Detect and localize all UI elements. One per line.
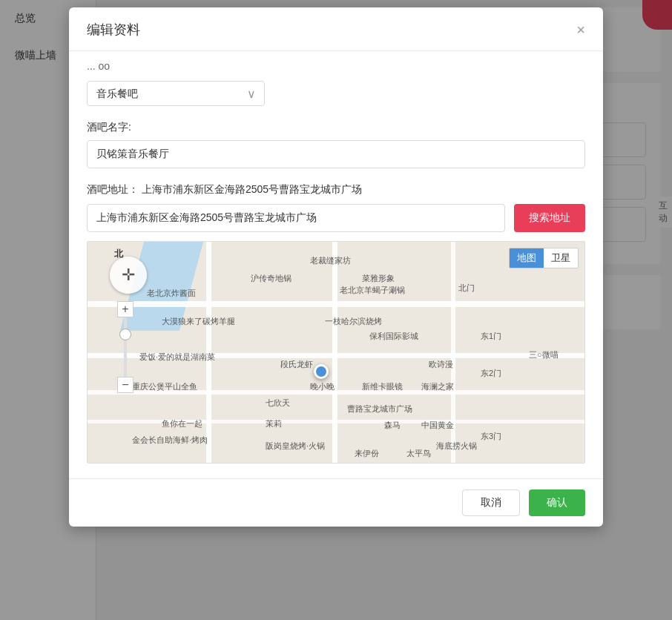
map-label: 欧诗漫 [429, 359, 453, 370]
map-label: 海底捞火锅 [436, 441, 477, 452]
map-label: 茉莉 [266, 418, 282, 429]
map-label: 金会长自助海鲜·烤肉 [132, 435, 208, 446]
map-label: 三○微喵 [529, 349, 559, 360]
category-dropdown[interactable]: 音乐餐吧 酒吧 KTV 餐厅 [87, 81, 265, 106]
map-label: 沪传奇地锅 [251, 273, 291, 284]
map-label: 老北京炸酱面 [147, 288, 196, 299]
map-label: 东2门 [481, 368, 501, 379]
map-label: 老裁缝家坊 [310, 255, 351, 266]
address-display-value: 上海市浦东新区金海路2505号曹路宝龙城市广场 [142, 183, 362, 195]
modal-overlay: 编辑资料 × ... oo 音乐餐吧 酒吧 KTV 餐厅 ∨ 酒吧名字: [0, 0, 672, 620]
confirm-button[interactable]: 确认 [529, 489, 585, 516]
map-label: 东1门 [481, 331, 501, 342]
search-address-button[interactable]: 搜索地址 [514, 204, 585, 232]
modal-body: ... oo 音乐餐吧 酒吧 KTV 餐厅 ∨ 酒吧名字: 酒吧地址： 上海市浦… [69, 51, 603, 478]
modal-footer: 取消 确认 [69, 478, 603, 527]
map-label: 晚小晚 [310, 381, 335, 392]
map-navigation-control[interactable]: ✛ [110, 257, 147, 294]
address-search-input[interactable] [87, 204, 505, 232]
address-label-text: 酒吧地址： [87, 183, 139, 195]
category-dropdown-wrapper: 音乐餐吧 酒吧 KTV 餐厅 ∨ [87, 81, 265, 106]
map-label: 东3门 [481, 431, 501, 442]
map-label: 新维卡眼镜 [362, 381, 403, 392]
map-road [332, 242, 337, 463]
map-container[interactable]: 地图 卫星 北 ✛ + − 老裁缝家坊 [87, 241, 585, 464]
map-label: 海澜之家 [421, 381, 454, 392]
map-label: 曹路宝龙城市广场 [347, 403, 412, 415]
truncated-indicator: ... oo [87, 60, 585, 72]
map-label: 爱饭·爱的就是湖南菜 [139, 352, 215, 363]
map-pin-circle [314, 364, 329, 379]
map-label: 鱼你在一起 [162, 418, 202, 429]
map-label: 老北京羊蝎子涮锅 [340, 285, 405, 296]
cancel-button[interactable]: 取消 [462, 489, 520, 516]
map-label: 来伊份 [355, 448, 379, 459]
map-zoom-out-button[interactable]: − [117, 377, 134, 393]
edit-profile-modal: 编辑资料 × ... oo 音乐餐吧 酒吧 KTV 餐厅 ∨ 酒吧名字: [69, 7, 603, 527]
address-search-row: 搜索地址 [87, 204, 585, 232]
map-label: 重庆公煲平山全鱼 [132, 381, 197, 392]
bar-name-label: 酒吧名字: [87, 121, 585, 134]
map-location-pin [314, 364, 329, 379]
map-zoom-track [124, 317, 127, 377]
map-zoom-in-button[interactable]: + [117, 301, 134, 317]
map-label: 大漠狼来了碳烤羊腿 [162, 316, 235, 327]
map-label: 一枝哈尔滨烧烤 [325, 316, 382, 327]
map-label: 阪岗皇烧烤·火锅 [266, 441, 325, 452]
modal-header: 编辑资料 × [69, 7, 603, 51]
map-north-indicator: 北 [114, 248, 123, 260]
modal-title: 编辑资料 [87, 21, 140, 39]
map-label: 保利国际影城 [369, 331, 418, 342]
map-label: 森马 [384, 420, 401, 431]
compass-icon: ✛ [122, 266, 135, 285]
map-type-toggle: 地图 卫星 [509, 248, 579, 268]
bar-name-input[interactable] [87, 140, 585, 168]
map-label: 段氏龙虾 [280, 359, 313, 370]
map-type-satellite-button[interactable]: 卫星 [544, 248, 578, 268]
map-label: 太平鸟 [406, 448, 431, 459]
address-display-label: 酒吧地址： 上海市浦东新区金海路2505号曹路宝龙城市广场 [87, 183, 585, 197]
map-type-map-button[interactable]: 地图 [510, 248, 544, 268]
map-label: 北门 [458, 283, 475, 294]
map-label: 菜雅形象 [362, 273, 395, 284]
map-label: 中国黄金 [421, 420, 454, 431]
map-label: 七欣天 [266, 398, 290, 409]
map-zoom-control: + − [117, 301, 134, 393]
map-zoom-thumb[interactable] [119, 329, 131, 340]
modal-close-button[interactable]: × [576, 22, 585, 37]
